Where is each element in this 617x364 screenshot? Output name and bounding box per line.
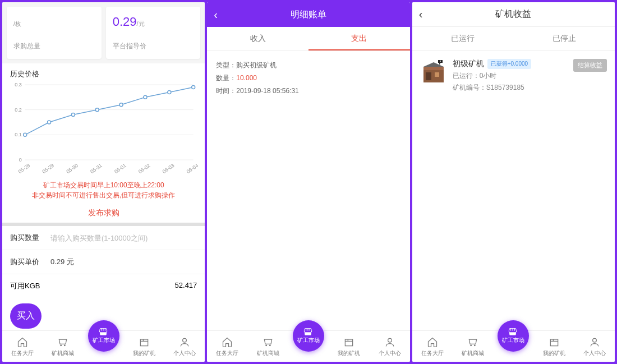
header: ‹ 矿机收益: [412, 2, 615, 27]
stat-unit: /元: [137, 20, 145, 27]
header: ‹ 明细账单: [207, 2, 409, 27]
notice-line-1: 矿工市场交易时间早上10:00至晚上22:00: [8, 180, 199, 190]
svg-text:05-30: 05-30: [65, 163, 79, 174]
svg-text:0.3: 0.3: [15, 82, 22, 87]
time-label: 时间：: [216, 87, 236, 95]
tabs: 已运行 已停止: [412, 27, 615, 51]
price-value: 0.29 元: [50, 257, 74, 267]
svg-text:05-28: 05-28: [17, 163, 31, 174]
stat-label: 求购总量: [13, 42, 95, 51]
serial-line: 矿机编号：S185739185: [453, 83, 573, 93]
back-icon[interactable]: ‹: [214, 8, 218, 21]
tab-my-miners[interactable]: 我的矿机: [329, 336, 369, 357]
buy-qty-row: 购买数量: [2, 226, 205, 250]
svg-text:06-03: 06-03: [162, 163, 176, 174]
miner-name: 初级矿机: [453, 59, 484, 69]
user-icon: [178, 336, 191, 348]
svg-rect-27: [346, 339, 353, 346]
svg-rect-29: [305, 332, 311, 335]
stat-card-price: 0.29/元 平台指导价: [106, 7, 201, 59]
qty-value: 10.000: [236, 74, 257, 82]
tab-mall[interactable]: 矿机商城: [43, 336, 83, 357]
tab-tasks[interactable]: 任务大厅: [2, 336, 43, 357]
cart-icon: [262, 336, 274, 348]
tab-my-miners[interactable]: 我的矿机: [533, 336, 574, 357]
cart-icon: [57, 336, 69, 348]
back-icon[interactable]: ‹: [419, 8, 423, 21]
tab-income[interactable]: 收入: [207, 27, 308, 50]
tab-market-fab[interactable]: 矿工市场: [293, 320, 324, 352]
stat-unit: /枚: [13, 20, 21, 27]
tab-stopped[interactable]: 已停止: [513, 27, 615, 50]
user-icon: [384, 336, 396, 348]
header-title: 明细账单: [291, 9, 326, 21]
svg-rect-26: [100, 332, 106, 335]
tab-profile[interactable]: 个人中心: [574, 336, 615, 357]
content: /枚 求购总量 0.29/元 平台指导价 历史价格 00.10.20.305-2…: [2, 2, 205, 362]
box-icon: [343, 336, 355, 348]
svg-text:06-01: 06-01: [113, 163, 127, 174]
svg-point-23: [192, 85, 195, 89]
record-item: 类型：购买初级矿机 数量：10.000 时间：2019-09-18 05:56:…: [207, 51, 409, 105]
tab-running[interactable]: 已运行: [412, 27, 514, 50]
home-icon: [221, 336, 233, 348]
tab-bar: 任务大厅 矿机商城 x 我的矿机 个人中心 矿工市场: [207, 330, 409, 362]
svg-point-17: [48, 121, 51, 124]
publish-demand-button[interactable]: 发布求购: [2, 204, 205, 226]
tab-profile[interactable]: 个人中心: [369, 336, 409, 357]
svg-point-20: [119, 103, 123, 107]
miner-item: 初级矿机 已获得+0.0000 已运行：0小时 矿机编号：S185739185 …: [412, 51, 615, 100]
tab-mall[interactable]: 矿机商城: [453, 336, 493, 357]
screen-market: /枚 求购总量 0.29/元 平台指导价 历史价格 00.10.20.305-2…: [2, 2, 205, 362]
tab-tasks[interactable]: 任务大厅: [412, 336, 453, 357]
content: 初级矿机 已获得+0.0000 已运行：0小时 矿机编号：S185739185 …: [412, 51, 615, 362]
svg-point-19: [95, 108, 99, 112]
runtime-line: 已运行：0小时: [453, 71, 573, 81]
svg-text:0.1: 0.1: [15, 132, 22, 137]
qty-label: 购买数量: [10, 233, 50, 243]
qty-label: 数量：: [216, 74, 236, 82]
buy-button[interactable]: 买入: [10, 303, 42, 329]
tabs: 收入 支出: [207, 27, 409, 51]
svg-rect-31: [423, 67, 444, 70]
svg-text:06-02: 06-02: [137, 163, 151, 174]
tab-market-fab[interactable]: 矿工市场: [88, 320, 119, 352]
screen-earnings: ‹ 矿机收益 已运行 已停止 初级矿机 已获得+0.0000 已运行：0小时 矿…: [412, 2, 615, 362]
tab-profile[interactable]: 个人中心: [164, 336, 205, 357]
svg-point-25: [183, 338, 187, 342]
svg-point-28: [388, 338, 392, 342]
settle-button[interactable]: 结算收益: [573, 59, 607, 72]
qty-input[interactable]: [50, 234, 197, 242]
trading-notice: 矿工市场交易时间早上10:00至晚上22:00 非交易时间不可进行售出交易,但可…: [2, 177, 205, 204]
svg-rect-40: [510, 332, 516, 335]
miner-title-row: 初级矿机 已获得+0.0000: [453, 59, 573, 69]
box-icon: [548, 336, 560, 348]
tab-tasks[interactable]: 任务大厅: [207, 336, 247, 357]
user-icon: [588, 336, 601, 348]
svg-rect-33: [435, 72, 439, 77]
kgb-label: 可用KGB: [10, 281, 40, 291]
svg-text:06-04: 06-04: [186, 163, 200, 174]
stat-card-demand: /枚 求购总量: [7, 7, 102, 59]
tab-bar: 任务大厅 矿机商城 x 我的矿机 个人中心 矿工市场: [412, 330, 615, 362]
svg-rect-38: [550, 339, 558, 346]
tab-market-fab[interactable]: 矿工市场: [498, 320, 529, 352]
stat-label: 平台指导价: [113, 42, 194, 51]
stat-cards: /枚 求购总量 0.29/元 平台指导价: [2, 2, 205, 63]
time-value: 2019-09-18 05:56:31: [236, 87, 298, 95]
type-value: 购买初级矿机: [236, 61, 277, 69]
content: 类型：购买初级矿机 数量：10.000 时间：2019-09-18 05:56:…: [207, 51, 409, 362]
svg-point-16: [24, 133, 27, 136]
screen-statement: ‹ 明细账单 收入 支出 类型：购买初级矿机 数量：10.000 时间：2019…: [207, 2, 409, 362]
earned-badge: 已获得+0.0000: [487, 59, 531, 69]
tab-expense[interactable]: 支出: [308, 27, 410, 50]
tab-my-miners[interactable]: 我的矿机: [124, 336, 164, 357]
svg-text:0.2: 0.2: [15, 107, 22, 113]
stat-value: 0.29: [113, 15, 137, 29]
svg-point-21: [144, 95, 147, 99]
tab-bar: 任务大厅 矿机商城 x 我的矿机 个人中心 矿工市场: [2, 330, 205, 362]
tab-mall[interactable]: 矿机商城: [248, 336, 288, 357]
price-label: 购买单价: [10, 257, 50, 267]
svg-point-18: [71, 113, 75, 117]
box-icon: [138, 336, 150, 348]
